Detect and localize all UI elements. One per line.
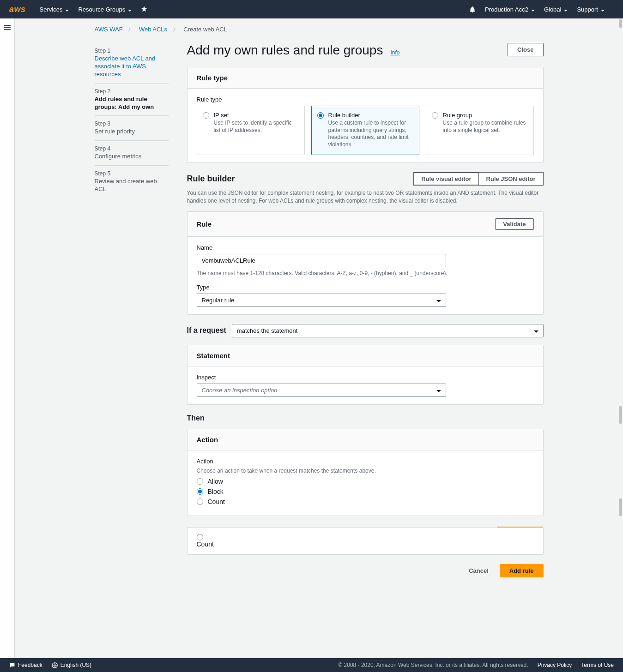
then-label: Then [187, 414, 544, 422]
pin-icon[interactable] [141, 6, 147, 12]
wizard-step-1[interactable]: Step 1 Describe web ACL and associate it… [95, 43, 169, 84]
radio-icon [197, 478, 203, 485]
cancel-button[interactable]: Cancel [463, 564, 494, 577]
notifications-icon[interactable] [469, 6, 476, 12]
if-request-select[interactable]: matches the statement [232, 324, 544, 337]
info-link[interactable]: Info [390, 49, 399, 56]
option-label: Count [208, 498, 225, 505]
scroll-thumb[interactable] [619, 406, 622, 424]
region-menu[interactable]: Global [544, 6, 568, 13]
tile-desc: Use a custom rule to inspect for pattern… [328, 120, 412, 148]
step-num: Step 5 [95, 170, 169, 177]
tile-title: Rule group [443, 112, 527, 119]
action-label: Action [197, 458, 534, 465]
services-label: Services [40, 6, 63, 13]
language-label: English (US) [60, 662, 91, 668]
select-placeholder: Choose an inspection option [202, 387, 278, 394]
action-count[interactable]: Count [197, 498, 534, 505]
add-rule-button[interactable]: Add rule [500, 564, 544, 577]
tile-rule-builder[interactable]: Rule builder Use a custom rule to inspec… [311, 106, 419, 155]
extra-count-option[interactable]: Count [197, 534, 534, 548]
extra-count-panel: Count [187, 527, 544, 555]
editor-mode-toggle: Rule visual editor Rule JSON editor [413, 172, 543, 186]
rule-type-panel: Rule type Rule type IP set Use IP sets t… [187, 67, 544, 163]
crumb-waf[interactable]: AWS WAF [95, 26, 123, 33]
chat-icon [9, 662, 15, 668]
support-label: Support [577, 6, 598, 13]
action-allow[interactable]: Allow [197, 478, 534, 485]
globe-icon [52, 662, 58, 668]
aws-logo-text: aws [9, 5, 26, 14]
wizard-step-4[interactable]: Step 4 Configure metrics [95, 141, 169, 166]
caret-down-icon [534, 327, 538, 334]
page-title: Add my own rules and rule groups Info [187, 43, 400, 58]
rule-panel-title: Rule [197, 220, 212, 228]
wizard-steps: Step 1 Describe web ACL and associate it… [95, 43, 169, 577]
radio-icon [203, 112, 209, 119]
caret-down-icon [436, 297, 441, 304]
resource-groups-menu[interactable]: Resource Groups [78, 6, 132, 13]
select-value: Regular rule [202, 297, 235, 304]
rule-name-input[interactable] [197, 254, 446, 267]
option-label: Count [197, 540, 214, 548]
wizard-step-2[interactable]: Step 2 Add rules and rule groups: Add my… [95, 84, 169, 116]
select-value: matches the statement [237, 327, 298, 334]
wizard-step-3[interactable]: Step 3 Set rule priority [95, 116, 169, 141]
caret-down-icon [601, 6, 605, 13]
step-title: Add rules and rule groups: Add my own [95, 96, 169, 111]
action-panel: Action Action Choose an action to take w… [187, 429, 544, 516]
tile-desc: Use IP sets to identify a specific list … [214, 120, 298, 134]
caret-down-icon [128, 6, 132, 13]
feedback-link[interactable]: Feedback [9, 662, 42, 668]
scroll-thumb[interactable] [619, 498, 622, 516]
caret-down-icon [531, 6, 535, 13]
option-label: Block [208, 488, 224, 495]
aws-logo[interactable]: aws [9, 5, 26, 14]
tile-rule-group[interactable]: Rule group Use a rule group to combine r… [426, 106, 534, 155]
step-title: Set rule priority [95, 128, 169, 136]
privacy-link[interactable]: Privacy Policy [538, 662, 572, 668]
name-label: Name [197, 244, 534, 251]
crumb-webacls[interactable]: Web ACLs [139, 26, 167, 33]
footer: Feedback English (US) © 2008 - 2020, Ama… [0, 658, 623, 672]
type-label: Type [197, 284, 534, 291]
wizard-step-5[interactable]: Step 5 Review and create web ACL [95, 166, 169, 198]
radio-icon [432, 112, 438, 119]
crumb-current: Create web ACL [183, 26, 227, 33]
step-title: Review and create web ACL [95, 178, 169, 193]
inspect-select[interactable]: Choose an inspection option [197, 384, 446, 397]
inspect-label: Inspect [197, 374, 534, 381]
caret-down-icon [65, 6, 69, 13]
scroll-thumb[interactable] [619, 19, 622, 28]
name-help: The name must have 1-128 characters. Val… [197, 270, 534, 276]
terms-link[interactable]: Terms of Use [581, 662, 614, 668]
statement-panel: Statement Inspect Choose an inspection o… [187, 345, 544, 405]
support-menu[interactable]: Support [577, 6, 605, 13]
radio-icon [197, 498, 203, 505]
rule-builder-heading: Rule builder [187, 174, 235, 184]
close-button[interactable]: Close [508, 43, 543, 56]
statement-header: Statement [188, 345, 543, 366]
rule-type-select[interactable]: Regular rule [197, 294, 446, 307]
json-editor-button[interactable]: Rule JSON editor [478, 172, 544, 186]
feedback-label: Feedback [18, 662, 42, 668]
side-toggle[interactable] [0, 18, 15, 658]
scrollbar[interactable] [617, 18, 623, 658]
hamburger-icon [4, 24, 11, 31]
services-menu[interactable]: Services [40, 6, 69, 13]
action-block[interactable]: Block [197, 488, 534, 495]
option-label: Allow [208, 478, 223, 485]
radio-icon [317, 112, 324, 119]
tile-ip-set[interactable]: IP set Use IP sets to identify a specifi… [197, 106, 305, 155]
step-num: Step 3 [95, 120, 169, 127]
visual-editor-button[interactable]: Rule visual editor [413, 172, 478, 186]
caret-down-icon [436, 387, 441, 394]
language-selector[interactable]: English (US) [52, 662, 91, 668]
validate-button[interactable]: Validate [495, 218, 533, 230]
account-menu[interactable]: Production Acc2 [485, 6, 535, 13]
rule-type-label: Rule type [197, 96, 534, 103]
page-title-text: Add my own rules and rule groups [187, 43, 383, 58]
radio-icon [197, 534, 203, 540]
if-request-label: If a request [187, 326, 226, 335]
tile-title: Rule builder [328, 112, 412, 119]
